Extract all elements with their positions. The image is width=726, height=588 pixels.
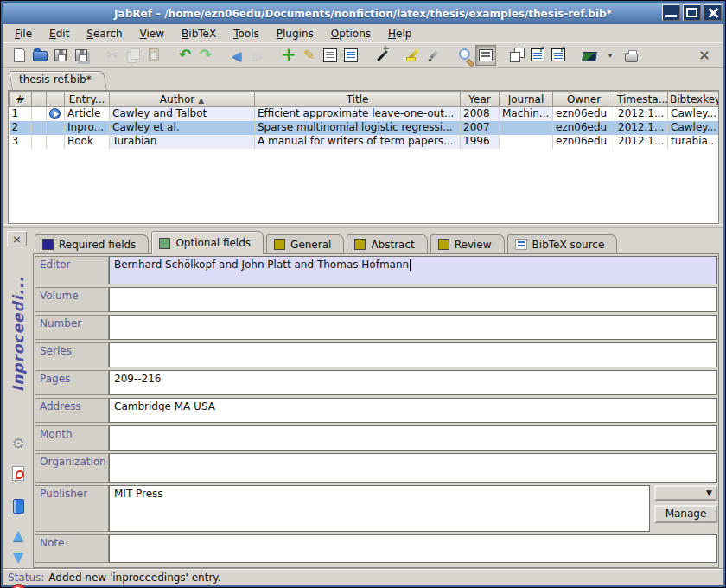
cut-button[interactable]: ✂: [102, 45, 123, 66]
unmark-pen-button[interactable]: [424, 45, 444, 66]
next-entry-button[interactable]: ▼: [8, 548, 29, 567]
menu-plugins[interactable]: Plugins: [271, 26, 320, 42]
paste-button[interactable]: [143, 45, 164, 66]
manage-button[interactable]: Manage: [654, 505, 717, 523]
publisher-combo-box[interactable]: ▼: [654, 485, 717, 501]
menu-edit[interactable]: Edit: [43, 26, 75, 42]
table-cell[interactable]: 2: [10, 121, 32, 135]
column-header-bibtexkey[interactable]: Bibtexkey: [668, 92, 720, 107]
table-cell[interactable]: ezn06edu: [553, 107, 615, 121]
open-database-button[interactable]: [29, 45, 50, 66]
table-cell[interactable]: [32, 135, 47, 149]
save-database-as-button[interactable]: [71, 45, 92, 66]
maximize-button[interactable]: [683, 4, 701, 21]
table-cell[interactable]: Turabian: [110, 135, 255, 149]
table-cell[interactable]: Sparse multinomial logistic regressi...: [255, 121, 461, 135]
note-field[interactable]: [109, 534, 717, 563]
table-cell[interactable]: [500, 121, 553, 135]
previous-entry-button[interactable]: ▲: [8, 526, 29, 545]
table-cell[interactable]: 1: [10, 107, 32, 121]
table-row[interactable]: 2Inpro...Cawley et al.Sparse multinomial…: [10, 121, 720, 135]
menu-search[interactable]: Search: [80, 26, 128, 42]
table-cell[interactable]: 2012.1...: [615, 135, 668, 149]
table-cell[interactable]: A manual for writers of term papers...: [255, 135, 461, 149]
column-header-entry[interactable]: Entry...: [65, 92, 110, 107]
table-cell[interactable]: Efficient approximate leave-one-out...: [255, 107, 461, 121]
column-header-year[interactable]: Year: [461, 92, 500, 107]
tab-review[interactable]: Review: [430, 234, 505, 253]
push-to-editor-button[interactable]: [548, 45, 569, 66]
column-header-owner[interactable]: Owner: [553, 92, 615, 107]
column-header-col2[interactable]: [47, 92, 65, 107]
address-field[interactable]: Cambridge MA USA: [109, 398, 717, 423]
table-cell[interactable]: [47, 107, 65, 121]
open-file-button[interactable]: [8, 496, 29, 515]
table-row[interactable]: 3BookTurabianA manual for writers of ter…: [10, 135, 720, 149]
database-tab[interactable]: thesis-ref.bib*: [10, 71, 105, 90]
copy-button[interactable]: [123, 45, 143, 66]
table-cell[interactable]: [47, 121, 65, 135]
table-cell[interactable]: [47, 135, 65, 149]
table-cell[interactable]: ezn06edu: [553, 121, 615, 135]
edit-preamble-button[interactable]: [320, 45, 341, 66]
menu-bibtex[interactable]: BibTeX: [175, 26, 222, 42]
organization-field[interactable]: [109, 453, 717, 483]
copy-entries-button[interactable]: [506, 45, 527, 66]
tab-required-fields[interactable]: Required fields: [35, 234, 149, 253]
table-cell[interactable]: 2008: [461, 107, 500, 121]
toggle-search-panel-button[interactable]: [475, 45, 496, 66]
edit-strings-button[interactable]: [341, 45, 361, 66]
month-field[interactable]: [109, 425, 717, 451]
fetch-button[interactable]: [621, 45, 641, 66]
table-cell[interactable]: Machin...: [500, 107, 553, 121]
new-entry-button[interactable]: +: [278, 45, 299, 66]
number-field[interactable]: [109, 315, 717, 340]
table-cell[interactable]: Cawley et al.: [110, 121, 255, 135]
table-cell[interactable]: 2012.1...: [615, 121, 668, 135]
generate-key-wand-button[interactable]: [8, 405, 29, 424]
tab-abstract[interactable]: Abstract: [347, 234, 427, 253]
tab-bibtex-source[interactable]: BibTeX source: [507, 234, 618, 253]
close-button[interactable]: ×: [694, 45, 715, 66]
minimize-button[interactable]: [662, 4, 680, 21]
push-to-application-button[interactable]: [527, 45, 548, 66]
highlight-marker-button[interactable]: [403, 45, 424, 66]
column-header-col1[interactable]: [32, 92, 47, 107]
edit-entry-button[interactable]: ✎: [299, 45, 320, 66]
series-field[interactable]: [109, 342, 717, 368]
push-dropdown-arrow-button[interactable]: ▾: [600, 45, 621, 66]
new-database-button[interactable]: [9, 45, 29, 66]
table-cell[interactable]: Cawley and Talbot: [110, 107, 255, 121]
publisher-field[interactable]: MIT Press: [109, 485, 650, 532]
editor-field[interactable]: Bernhard Schölkopf and John Platt and Th…: [109, 256, 717, 284]
menu-help[interactable]: Help: [382, 26, 417, 42]
url-link-icon[interactable]: [49, 108, 60, 119]
column-header-journal[interactable]: Journal: [500, 92, 553, 107]
table-cell[interactable]: Article: [65, 107, 110, 121]
tab-general[interactable]: General: [266, 234, 344, 253]
table-cell[interactable]: 3: [10, 135, 32, 149]
column-header-author[interactable]: Author▲: [110, 92, 255, 107]
save-database-button[interactable]: [50, 45, 71, 66]
table-cell[interactable]: Cawley...: [668, 121, 720, 135]
menu-tools[interactable]: Tools: [227, 26, 265, 42]
table-cell[interactable]: 2007: [461, 121, 500, 135]
menu-options[interactable]: Options: [325, 26, 377, 42]
undo-button[interactable]: ↶: [175, 45, 195, 66]
table-cell[interactable]: 2012.1...: [615, 107, 668, 121]
volume-field[interactable]: [109, 287, 717, 312]
table-cell[interactable]: [32, 107, 47, 121]
cleanup-wand-button[interactable]: [372, 45, 392, 66]
pages-field[interactable]: 209--216: [109, 370, 717, 395]
redo-button[interactable]: ↷: [195, 45, 216, 66]
menu-file[interactable]: File: [9, 26, 38, 42]
back-button[interactable]: ◀: [226, 45, 247, 66]
close-button[interactable]: [704, 4, 722, 21]
open-pdf-button[interactable]: [8, 463, 29, 483]
title-bar[interactable]: JabRef – /home/ezn06edu/Documents/nonfic…: [3, 3, 723, 24]
column-header-title[interactable]: Title: [255, 92, 461, 107]
menu-view[interactable]: View: [134, 26, 170, 42]
forward-button[interactable]: ▶: [247, 45, 268, 66]
column-header-#[interactable]: #: [10, 92, 32, 107]
table-cell[interactable]: [32, 121, 47, 135]
